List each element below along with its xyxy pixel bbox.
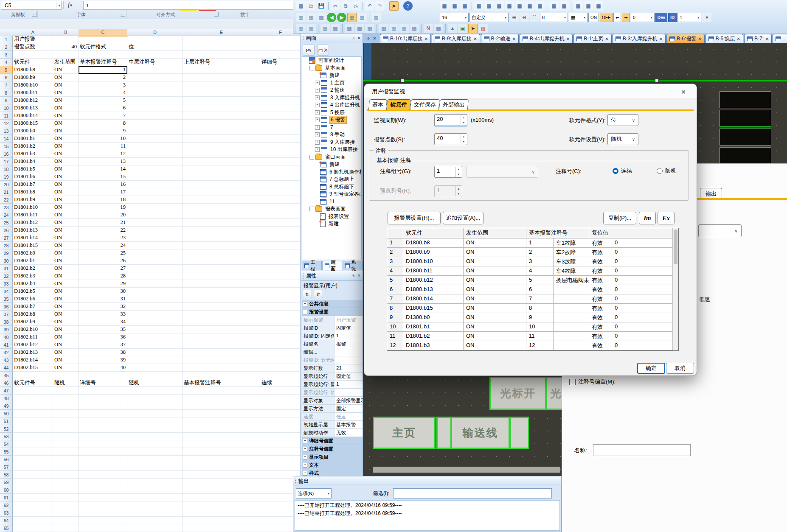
cell[interactable] (260, 280, 301, 288)
row-header-7[interactable]: 7 (0, 81, 13, 89)
cell[interactable]: 18 (79, 196, 127, 204)
cell[interactable] (13, 456, 53, 463)
cell[interactable]: D1801.b3 (13, 150, 53, 158)
cell[interactable]: 详细号 (79, 379, 127, 387)
comment-book-icon[interactable]: ▦ (505, 1, 514, 11)
cell[interactable] (53, 372, 79, 379)
property-row[interactable]: +详细号偏置 (302, 437, 363, 445)
table-row[interactable]: 12D1801.b3ON12有效0 (387, 341, 678, 350)
cell[interactable]: ON (53, 204, 79, 211)
cell[interactable]: 5 (79, 97, 127, 104)
table-cell[interactable]: 9 (387, 313, 403, 322)
cell[interactable] (183, 234, 260, 242)
row-header-6[interactable]: 6 (0, 74, 13, 81)
row-header-39[interactable]: 39 (0, 326, 13, 333)
table-cell[interactable]: 1 (526, 238, 554, 248)
row-header-48[interactable]: 48 (0, 395, 13, 402)
property-row[interactable]: +注释号偏置 (302, 445, 363, 453)
canvas-lamp-cell[interactable] (720, 110, 771, 127)
cell[interactable] (127, 509, 183, 517)
cell[interactable]: 23 (79, 234, 127, 242)
cell[interactable] (183, 402, 260, 410)
alignment-launcher-icon[interactable]: ⌟ (214, 12, 219, 17)
cell[interactable] (183, 295, 260, 303)
cell[interactable] (13, 471, 53, 479)
row-header-56[interactable]: 56 (0, 456, 13, 463)
table-cell[interactable]: 3 (387, 257, 403, 266)
cell[interactable] (183, 471, 260, 479)
cell[interactable] (53, 410, 79, 417)
device-on-button[interactable]: ON (588, 13, 599, 22)
cell[interactable] (127, 402, 183, 410)
cell[interactable]: D1801.b5 (13, 165, 53, 173)
cell[interactable]: 20 (79, 211, 127, 219)
alarm-points-spinner[interactable]: ▲▼ (434, 133, 467, 145)
panel-pin-icon[interactable]: ⎀ (352, 273, 356, 278)
cell[interactable] (260, 417, 301, 425)
cell[interactable] (260, 104, 301, 112)
cell[interactable] (127, 326, 183, 333)
cell[interactable]: D1802.b1 (13, 257, 53, 265)
cell[interactable] (260, 318, 301, 326)
cell[interactable] (53, 501, 79, 509)
cell[interactable] (260, 36, 301, 43)
conveyor-button[interactable]: 输送线 (451, 417, 510, 449)
new-screen-icon[interactable]: ▦ (296, 13, 306, 22)
cell[interactable] (183, 257, 260, 265)
table-cell[interactable]: 换层电磁阀未升起 (554, 276, 589, 285)
cell[interactable] (79, 448, 127, 456)
cell[interactable]: D1801.b10 (13, 204, 53, 211)
cell[interactable] (260, 265, 301, 272)
cell[interactable] (127, 173, 183, 181)
save-project-icon[interactable]: 💾 (317, 1, 326, 11)
cell[interactable] (13, 410, 53, 417)
section-expander-icon[interactable]: + (303, 471, 307, 476)
tree-item[interactable]: 新建 (302, 161, 361, 168)
ip-address-icon[interactable]: ▦ (495, 1, 504, 11)
row-header-24[interactable]: 24 (0, 211, 13, 219)
screen-tab-partial[interactable] (773, 34, 787, 43)
property-value[interactable]: 报警 (334, 340, 363, 348)
tree-item[interactable]: +4 出库提升机 (302, 101, 361, 109)
column-header-D[interactable]: D (127, 29, 183, 36)
blank-button[interactable] (436, 417, 452, 449)
row-header-21[interactable]: 21 (0, 188, 13, 196)
copy-style-icon[interactable]: ▦ (355, 24, 364, 33)
row-header-25[interactable]: 25 (0, 219, 13, 227)
table-cell[interactable]: 车2故障 (554, 248, 589, 257)
cell[interactable]: ON (53, 135, 79, 143)
cell[interactable] (183, 387, 260, 395)
rotate-left-icon[interactable]: ▦ (379, 24, 388, 33)
property-value[interactable]: 用户报警 (334, 316, 363, 324)
cell[interactable] (183, 425, 260, 433)
doc-info-icon[interactable]: ▦ (484, 1, 494, 11)
cell[interactable] (260, 242, 301, 249)
cell[interactable]: ON (53, 295, 79, 303)
tree-item[interactable]: -报表画面 (302, 205, 361, 213)
property-value[interactable]: 固定值 (334, 372, 363, 381)
cell[interactable]: 基本报警注释号 (79, 59, 127, 66)
tree-expander-icon[interactable]: - (309, 66, 314, 70)
cell[interactable] (260, 395, 301, 402)
cell[interactable]: 9 (79, 127, 127, 135)
cell[interactable]: 报警点数 (13, 43, 53, 51)
cell[interactable] (79, 509, 127, 517)
device-format-combo[interactable]: 位∨ (607, 114, 638, 126)
cell[interactable] (79, 479, 127, 486)
delete-screen-icon[interactable]: 🗀✕ (317, 45, 329, 56)
cell[interactable]: 29 (79, 280, 127, 288)
cell[interactable]: D1802.b14 (13, 356, 53, 364)
cell[interactable] (127, 120, 183, 127)
cell[interactable] (183, 486, 260, 494)
label-tool-icon[interactable]: ▦ (594, 1, 603, 11)
cell[interactable] (127, 517, 183, 524)
device-setting-combo[interactable]: 随机∨ (607, 133, 638, 145)
table-cell[interactable]: 8 (526, 304, 554, 313)
cell[interactable]: ON (53, 127, 79, 135)
cell[interactable] (127, 51, 183, 59)
copy-button[interactable]: 复制(P)... (603, 212, 636, 224)
row-header-28[interactable]: 28 (0, 242, 13, 249)
cell[interactable] (183, 265, 260, 272)
cell[interactable] (53, 440, 79, 448)
cell[interactable]: D1801.b13 (13, 227, 53, 234)
